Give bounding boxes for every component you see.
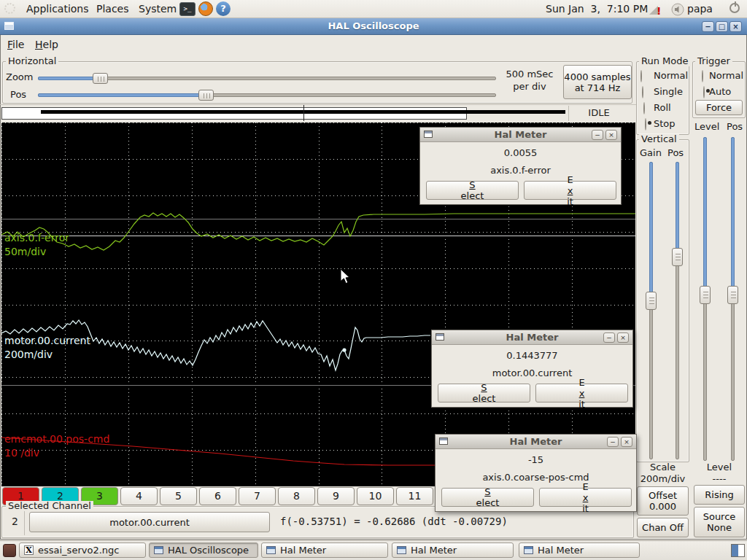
trigger-pos-slider-fill (731, 137, 735, 287)
hal-meter-3-close-button[interactable]: × (621, 437, 632, 447)
trigger-level-slider-handle[interactable] (700, 286, 711, 304)
hal-meter-2-titlebar[interactable]: Hal Meter − × (432, 330, 632, 345)
samples-line1: 4000 samples (564, 71, 630, 82)
trace-label-axis.0.f-error-scale: 50m/div (4, 246, 46, 257)
window-close-button[interactable]: × (729, 21, 742, 32)
taskbar-window-essai-servo2-ngc[interactable]: Xessai_servo2.ngc (19, 542, 146, 558)
channel-button-5[interactable]: 5 (160, 487, 197, 505)
distro-logo-icon[interactable] (4, 3, 15, 14)
hal-meter-3-exit-button[interactable]: Exit (539, 488, 632, 507)
hal-meter-2-pin: motor.00.current (432, 368, 632, 378)
clock[interactable]: Sun Jan 3, 7:10 PM (546, 3, 640, 15)
vertical-pos-slider-handle[interactable] (672, 248, 683, 266)
hal-meter-1-titlebar[interactable]: Hal Meter − × (420, 128, 621, 142)
channel-button-4[interactable]: 4 (120, 487, 158, 505)
channel-button-7[interactable]: 7 (239, 487, 276, 505)
run-mode-radio-normal[interactable] (640, 70, 642, 82)
channel-button-8[interactable]: 8 (278, 487, 315, 505)
hal-meter-dialog-3[interactable]: Hal Meter − × -15 axis.0.coarse-pos-cmd … (435, 434, 637, 512)
hal-meter-1-select-button[interactable]: Select (426, 181, 519, 200)
channel-button-11[interactable]: 11 (396, 487, 433, 505)
hal-meter-3-titlebar[interactable]: Hal Meter − × (436, 435, 636, 449)
menu-applications[interactable]: Applications (23, 2, 92, 16)
hal-meter-dialog-1[interactable]: Hal Meter − × 0.0055 axis.0.f-error Sele… (419, 127, 622, 205)
terminal-launcher-icon[interactable]: >_ (179, 2, 196, 16)
workspace-pager[interactable] (731, 544, 745, 557)
window-maximize-button[interactable]: □ (716, 21, 728, 32)
samples-button[interactable]: 4000 samples at 714 Hz (563, 65, 632, 99)
offset-button-label: Offset (649, 490, 677, 501)
taskbar-window-hal-meter[interactable]: Hal Meter (519, 542, 640, 558)
trace-label-axis.0.f-error-name: axis.0.f-error (4, 232, 69, 244)
hal-meter-3-title: Hal Meter (436, 436, 636, 447)
trigger-pos-slider-handle[interactable] (727, 286, 738, 304)
window-minimize-button[interactable]: − (702, 21, 714, 32)
horizontal-frame-legend: Horizontal (6, 56, 58, 66)
source-button-value: None (707, 522, 732, 533)
force-button[interactable]: Force (695, 100, 743, 115)
source-button-label: Source (703, 511, 736, 522)
pos-slider-handle[interactable] (198, 90, 214, 101)
taskbar-app-icon[interactable] (3, 544, 16, 557)
source-button[interactable]: Source None (694, 507, 745, 537)
vertical-pos-label: Pos (667, 147, 684, 158)
trigger-label-normal[interactable]: Normal (709, 70, 743, 81)
hal-meter-2-close-button[interactable]: × (617, 332, 629, 343)
run-mode-label-roll[interactable]: Roll (654, 102, 671, 113)
channel-button-6[interactable]: 6 (199, 487, 236, 505)
hal-meter-3-minimize-button[interactable]: − (607, 437, 619, 447)
network-status-icon[interactable]: ! (648, 3, 662, 16)
channel-button-10[interactable]: 10 (357, 487, 394, 505)
selected-channel-readout: f(-0.53751) = -0.62686 (ddt -0.00729) (280, 516, 508, 527)
desktop-panel: Applications Places System >_ ? Sun Jan … (0, 0, 747, 18)
trigger-label-auto[interactable]: Auto (709, 86, 731, 97)
window-icon (524, 546, 533, 554)
user-name[interactable]: papa (687, 3, 713, 15)
per-div-line2: per div (499, 81, 560, 92)
help-launcher-icon[interactable]: ? (216, 1, 231, 16)
workspace-pager-active[interactable] (732, 545, 738, 556)
window-title: HAL Oscilloscope (0, 20, 747, 31)
gain-slider-handle[interactable] (646, 292, 657, 310)
channel-button-9[interactable]: 9 (317, 487, 355, 505)
hal-meter-2-select-button[interactable]: Select (438, 384, 530, 402)
menu-file[interactable]: File (7, 39, 24, 53)
taskbar-window-hal-oscilloscope[interactable]: HAL Oscilloscope (149, 542, 258, 558)
rising-button[interactable]: Rising (694, 485, 745, 505)
hal-meter-1-minimize-button[interactable]: − (592, 130, 603, 140)
trace-axis.0.f-error (1, 213, 635, 250)
trigger-radio-auto[interactable] (703, 86, 705, 98)
hal-meter-3-select-button[interactable]: Select (441, 488, 534, 507)
run-mode-radio-stop[interactable] (645, 118, 646, 131)
run-mode-label-normal[interactable]: Normal (654, 70, 688, 81)
hal-meter-1-pin: axis.0.f-error (420, 165, 621, 176)
zoom-slider-handle[interactable] (93, 73, 108, 84)
window-icon (266, 546, 276, 554)
volume-icon[interactable] (671, 3, 684, 16)
selected-channel-pin-button[interactable]: motor.00.current (29, 512, 270, 532)
window-icon (154, 546, 163, 554)
gain-label: Gain (640, 147, 662, 158)
trigger-level-label: Level (694, 121, 719, 132)
hal-meter-dialog-2[interactable]: Hal Meter − × 0.1443777 motor.00.current… (431, 330, 633, 408)
run-mode-radio-roll[interactable] (643, 102, 645, 114)
taskbar-window-hal-meter[interactable]: Hal Meter (392, 542, 514, 558)
hal-meter-3-pin: axis.0.coarse-pos-cmd (436, 472, 636, 483)
trigger-radio-normal[interactable] (702, 70, 703, 82)
run-mode-radio-single[interactable] (642, 86, 643, 98)
hal-meter-2-minimize-button[interactable]: − (603, 332, 615, 343)
chan-off-button[interactable]: Chan Off (637, 518, 689, 537)
run-mode-label-single[interactable]: Single (654, 86, 683, 97)
menu-help[interactable]: Help (35, 39, 58, 53)
taskbar-window-hal-meter[interactable]: Hal Meter (261, 542, 388, 558)
menu-places[interactable]: Places (93, 2, 132, 16)
hal-meter-1-close-button[interactable]: × (605, 130, 617, 140)
hal-meter-2-exit-button[interactable]: Exit (535, 384, 628, 402)
hal-meter-3-value: -15 (436, 454, 636, 465)
offset-button[interactable]: Offset 0.000 (637, 486, 689, 516)
firefox-launcher-icon[interactable] (198, 1, 213, 16)
level-value: ---- (693, 473, 746, 484)
run-mode-label-stop[interactable]: Stop (654, 118, 676, 129)
hal-meter-1-exit-button[interactable]: Exit (524, 181, 616, 200)
menu-system[interactable]: System (136, 2, 179, 16)
